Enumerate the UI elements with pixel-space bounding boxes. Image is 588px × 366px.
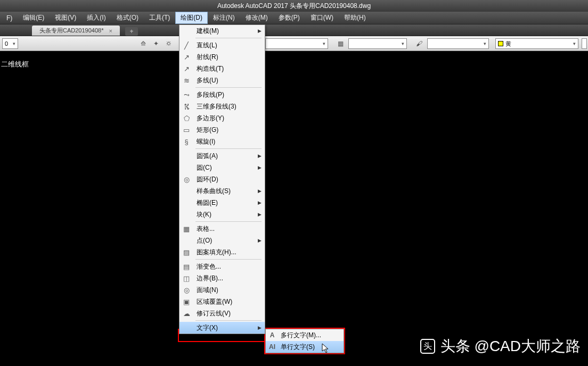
submenu-label: 单行文字(S) — [279, 343, 315, 352]
menu-icon: ↗ — [179, 53, 193, 61]
tab-bar: 头条专用CAD20190408* × + — [0, 24, 588, 36]
menu-item[interactable]: ▣区域覆盖(W) — [179, 296, 265, 307]
menu-item[interactable]: ⬠多边形(Y) — [179, 112, 265, 124]
menu-label: 块(K) — [193, 210, 256, 219]
menu-icon: ╱ — [179, 41, 193, 49]
menu-item[interactable]: ≋多线(U) — [179, 74, 265, 86]
menu-tools[interactable]: 工具(T) — [144, 12, 175, 24]
toolbar-dropdown-edge[interactable] — [582, 38, 587, 49]
menu-icon: ▨ — [179, 248, 193, 256]
menu-item[interactable]: 文字(X)▶ — [179, 322, 265, 334]
close-icon[interactable]: × — [109, 28, 112, 34]
menu-item[interactable]: ☁修订云线(V) — [179, 307, 265, 319]
menu-item[interactable]: ⛕三维多段线(3) — [179, 101, 265, 112]
menu-parametric[interactable]: 参数(P) — [273, 12, 305, 24]
submenu-arrow-icon: ▶ — [258, 165, 262, 170]
menu-item[interactable]: ▤渐变色... — [179, 261, 265, 272]
menu-label: 样条曲线(S) — [193, 187, 256, 196]
menu-label: 椭圆(E) — [193, 198, 256, 207]
watermark-icon: 头 — [420, 339, 435, 354]
menu-label: 图案填充(H)... — [193, 248, 256, 257]
menu-icon: ◎ — [179, 176, 193, 184]
menu-item[interactable]: ⤳多段线(P) — [179, 89, 265, 101]
menu-file[interactable]: F) — [1, 13, 18, 23]
menu-label: 点(O) — [193, 236, 256, 245]
menu-item[interactable]: ▨图案填充(H)... — [179, 246, 265, 258]
menu-label: 区域覆盖(W) — [193, 297, 256, 306]
menu-label: 多线(U) — [193, 76, 256, 85]
menu-item[interactable]: 圆弧(A)▶ — [179, 150, 265, 162]
menu-view[interactable]: 视图(V) — [50, 12, 81, 24]
toolbar-icon[interactable]: ⛭ — [163, 38, 175, 49]
color-dropdown[interactable]: 黄 ▾ — [495, 38, 578, 49]
menu-label: 三维多段线(3) — [193, 102, 256, 111]
chevron-down-icon: ▾ — [484, 41, 486, 46]
submenu-item[interactable]: AI单行文字(S) — [266, 341, 344, 353]
drawing-canvas[interactable] — [0, 51, 588, 366]
menu-item[interactable]: 建模(M)▶ — [179, 25, 265, 37]
menu-label: 圆环(D) — [193, 175, 256, 184]
menu-item[interactable]: ◫边界(B)... — [179, 272, 265, 284]
menu-icon: ☁ — [179, 310, 193, 318]
toolbar-icon[interactable]: ▦ — [334, 38, 346, 49]
menu-icon: § — [179, 138, 193, 146]
text-icon: AI — [266, 343, 279, 351]
menu-label: 面域(N) — [193, 286, 256, 295]
menu-format[interactable]: 格式(O) — [111, 12, 144, 24]
menu-item[interactable]: 样条曲线(S)▶ — [179, 185, 265, 197]
menu-icon: ◫ — [179, 274, 193, 282]
menu-help[interactable]: 帮助(H) — [339, 12, 371, 24]
menu-item[interactable]: 点(O)▶ — [179, 235, 265, 246]
toolbar-dropdown[interactable]: ▾ — [348, 38, 407, 49]
menu-dimension[interactable]: 标注(N) — [208, 12, 240, 24]
submenu-arrow-icon: ▶ — [258, 325, 262, 330]
text-icon: A — [266, 331, 279, 339]
menu-label: 矩形(G) — [193, 126, 256, 135]
toolbar-icon[interactable]: ⟰ — [137, 38, 149, 49]
submenu-label: 多行文字(M)... — [279, 331, 321, 340]
layer-dropdown-small[interactable]: 0 ▾ — [2, 38, 18, 49]
menu-label: 射线(R) — [193, 53, 256, 62]
submenu-item[interactable]: A多行文字(M)... — [266, 329, 344, 341]
menu-item[interactable]: §螺旋(I) — [179, 136, 265, 147]
menu-label: 构造线(T) — [193, 64, 256, 73]
file-tab[interactable]: 头条专用CAD20190408* × — [32, 26, 120, 36]
menu-icon: ⬠ — [179, 114, 193, 122]
menu-label: 表格... — [193, 224, 256, 234]
toolbar-icon[interactable]: ✦ — [150, 38, 162, 49]
title-bar: Autodesk AutoCAD 2017 头条专用CAD20190408.dw… — [0, 0, 588, 12]
watermark: 头 头条 @CAD大师之路 — [420, 336, 581, 356]
new-tab-button[interactable]: + — [125, 27, 138, 36]
menu-icon: ▭ — [179, 126, 193, 134]
brush-icon[interactable]: 🖌 — [413, 38, 425, 49]
menu-item[interactable]: 圆(C)▶ — [179, 162, 265, 173]
menu-item[interactable]: ↗构造线(T) — [179, 63, 265, 74]
menu-label: 边界(B)... — [193, 274, 256, 283]
menu-modify[interactable]: 修改(M) — [240, 12, 273, 24]
menu-window[interactable]: 窗口(W) — [305, 12, 339, 24]
window-title: Autodesk AutoCAD 2017 头条专用CAD20190408.dw… — [217, 2, 371, 11]
menu-item[interactable]: 块(K)▶ — [179, 209, 265, 220]
toolbar: 0 ▾ ⟰ ✦ ⛭ A ▾ ▦ ▾ 🖌 ▾ 黄 ▾ — [0, 36, 588, 51]
toolbar-dropdown[interactable]: ▾ — [265, 38, 328, 49]
menu-item[interactable]: ▦表格... — [179, 223, 265, 235]
menu-edit[interactable]: 编辑(E) — [18, 12, 50, 24]
chevron-down-icon: ▾ — [323, 41, 325, 46]
submenu-arrow-icon: ▶ — [258, 188, 262, 194]
menu-label: 圆弧(A) — [193, 152, 256, 161]
submenu-arrow-icon: ▶ — [258, 212, 262, 217]
menu-label: 螺旋(I) — [193, 137, 256, 146]
menu-label: 修订云线(V) — [193, 309, 256, 318]
view-mode-label: 二维线框 — [1, 60, 29, 69]
chevron-down-icon: ▾ — [13, 41, 15, 46]
menu-item[interactable]: ▭矩形(G) — [179, 124, 265, 136]
menu-item[interactable]: ↗射线(R) — [179, 51, 265, 63]
menu-icon: ≋ — [179, 77, 193, 85]
menu-item[interactable]: ◎面域(N) — [179, 284, 265, 296]
menu-item[interactable]: ◎圆环(D) — [179, 173, 265, 185]
toolbar-dropdown[interactable]: ▾ — [427, 38, 489, 49]
menu-item[interactable]: ╱直线(L) — [179, 39, 265, 51]
menu-draw[interactable]: 绘图(D) — [175, 12, 208, 24]
menu-item[interactable]: 椭圆(E)▶ — [179, 197, 265, 209]
menu-insert[interactable]: 插入(I) — [81, 12, 111, 24]
